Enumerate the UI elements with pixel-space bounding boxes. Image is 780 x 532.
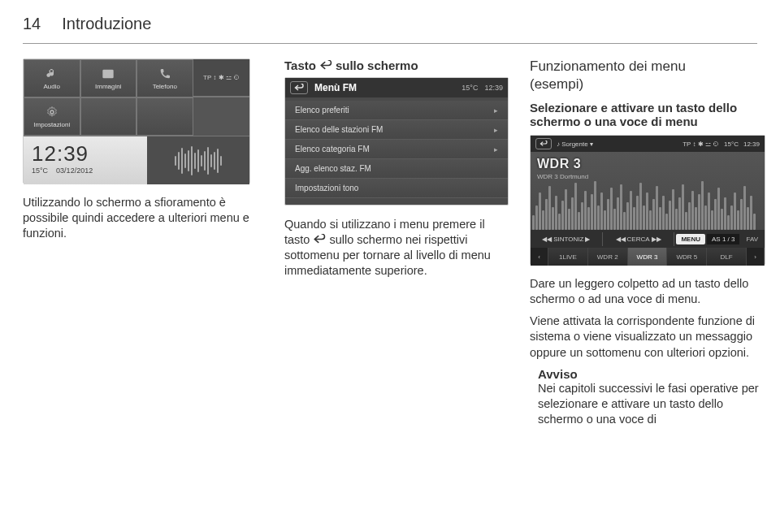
menu-fm-temp: 15°C [462, 84, 478, 92]
avviso-heading: Avviso [538, 367, 767, 381]
col2-heading: Tasto sullo schermo [284, 58, 512, 72]
home-cell-label: Immagini [95, 83, 121, 90]
menu-item-label: Impostazioni tono [295, 184, 358, 192]
btn-label: SINTONIZ [553, 236, 583, 243]
search-button[interactable]: ◀◀CERCA▶▶ [603, 232, 675, 246]
col3-paragraph-2: Viene attivata la corrispondente funzion… [530, 314, 767, 360]
col2-paragraph-1: Quando si utilizzano i menu premere il t… [284, 217, 512, 279]
header-rule [23, 43, 757, 44]
status-text: TP ↕ ✱ ⚍ ⏲ [203, 74, 240, 81]
tune-button[interactable]: ◀◀SINTONIZ▶ [531, 232, 603, 246]
col3-h2-line2: (esempi) [530, 76, 767, 93]
avviso-body: Nei capitoli successivi le fasi operativ… [538, 381, 767, 427]
back-arrow-icon [294, 84, 304, 92]
home-bottom: 12:39 15°C 03/12/2012 [24, 136, 249, 184]
btn-label: CERCA [627, 236, 650, 243]
screenshot-home: Audio Immagini Telefono TP ↕ ✱ ⚍ ⏲ Apps [23, 58, 250, 184]
menu-item[interactable]: Elenco delle stazioni FM▸ [285, 120, 508, 140]
menu-item[interactable]: Elenco preferiti▸ [285, 101, 508, 120]
menu-item[interactable]: Agg. elenco staz. FM [285, 159, 508, 179]
preset-label: DLF [721, 253, 733, 261]
preset-button[interactable]: DLF [707, 248, 747, 266]
column-layout: Audio Immagini Telefono TP ↕ ✱ ⚍ ⏲ Apps [23, 58, 757, 434]
waveform-icon [175, 145, 222, 177]
clock-time: 12:39 [32, 141, 139, 167]
menu-item-label: Agg. elenco staz. FM [295, 164, 371, 173]
home-status-icons: TP ↕ ✱ ⚍ ⏲ [193, 59, 249, 97]
seek-fwd-icon: ▶ [585, 236, 590, 243]
col2-heading-suffix: sullo schermo [336, 58, 418, 72]
menu-item[interactable]: Impostazioni tono [285, 179, 508, 198]
clock-date: 03/12/2012 [56, 167, 93, 175]
col3-subheading: Selezionare e attivare un tasto dello sc… [530, 101, 767, 128]
home-grid: Audio Immagini Telefono TP ↕ ✱ ⚍ ⏲ Apps [24, 59, 249, 136]
screenshot-menu-fm: Menù FM 15°C 12:39 Elenco preferiti▸ Ele… [284, 77, 509, 205]
preset-label: WDR 2 [597, 253, 618, 261]
radio-temp: 15°C [724, 141, 739, 148]
menu-fm-title: Menù FM [314, 82, 357, 93]
home-cell-empty [136, 97, 193, 136]
col3-paragraph-1: Dare un leggero colpetto ad un tasto del… [530, 276, 767, 307]
radio-preset-row: ‹ 1LIVE WDR 2 WDR 3 WDR 5 DLF › [531, 248, 765, 266]
chevron-right-icon: ▸ [494, 126, 498, 134]
home-cell-settings[interactable]: Impostazioni [24, 97, 80, 136]
clock-temp: 15°C [32, 167, 48, 175]
preset-button[interactable]: WDR 2 [588, 248, 628, 266]
page-number: 14 [23, 15, 41, 33]
menu-button[interactable]: MENU [676, 234, 705, 244]
home-cell-phone[interactable]: Telefono [136, 59, 193, 97]
radio-control-row: ◀◀SINTONIZ▶ ◀◀CERCA▶▶ MENU AS 1 / 3 FAV [531, 230, 765, 248]
station-name: WDR 3 [537, 157, 581, 171]
back-button[interactable] [535, 138, 552, 149]
screenshot-radio: ♪ Sorgente ▾ TP ↕ ✱ ⚍ ⏲ 15°C 12:39 WDR 3… [530, 135, 765, 265]
col1-paragraph-1: Utilizzando lo schermo a sfioramento è p… [23, 195, 266, 241]
picture-icon [102, 67, 115, 80]
preset-button[interactable]: 1LIVE [548, 248, 588, 266]
column-1: Audio Immagini Telefono TP ↕ ✱ ⚍ ⏲ Apps [23, 58, 266, 434]
chevron-right-icon: ▸ [494, 145, 498, 154]
radio-tp-icons: TP ↕ ✱ ⚍ ⏲ [682, 141, 719, 148]
home-cell-label: Telefono [153, 83, 177, 90]
radio-topbar: ♪ Sorgente ▾ TP ↕ ✱ ⚍ ⏲ 15°C 12:39 [531, 136, 765, 152]
radio-wave-area: WDR 3 WDR 3 Dortmund [531, 152, 765, 230]
seek-fwd-icon: ▶▶ [652, 236, 661, 243]
preset-label: 1LIVE [559, 253, 577, 261]
menu-item[interactable]: Elenco categoria FM▸ [285, 140, 508, 159]
menu-item-label: Elenco categoria FM [295, 145, 370, 154]
preset-label: WDR 5 [676, 253, 697, 261]
col3-h2-line1: Funzionamento dei menu [530, 58, 767, 75]
back-button[interactable] [290, 81, 308, 94]
chevron-right-icon: › [754, 253, 756, 261]
seek-back-icon: ◀◀ [616, 236, 626, 243]
preset-next-button[interactable]: › [747, 248, 765, 266]
home-cell-label: Audio [44, 83, 60, 90]
menu-fm-list: Elenco preferiti▸ Elenco delle stazioni … [285, 97, 508, 201]
col2-heading-prefix: Tasto [284, 58, 316, 72]
svg-point-6 [50, 110, 54, 114]
waveform-icon [531, 173, 765, 230]
home-clock-box: 12:39 15°C 03/12/2012 [24, 136, 147, 184]
chevron-right-icon: ▸ [494, 106, 498, 115]
phone-icon [158, 67, 171, 80]
source-dropdown[interactable]: ♪ Sorgente ▾ [557, 141, 593, 148]
preset-button[interactable]: WDR 5 [667, 248, 707, 266]
source-label: ♪ Sorgente ▾ [557, 141, 593, 148]
radio-time: 12:39 [743, 141, 760, 148]
svg-point-1 [106, 71, 107, 73]
home-audio-wave [147, 136, 249, 184]
fav-button[interactable]: FAV [739, 236, 765, 243]
back-arrow-icon [313, 234, 326, 244]
page-header: 14 Introduzione [23, 15, 757, 33]
home-cell-audio[interactable]: Audio [24, 59, 80, 97]
preset-button-active[interactable]: WDR 3 [628, 248, 668, 266]
home-cell-images[interactable]: Immagini [80, 59, 137, 97]
menu-item-label: Elenco delle stazioni FM [295, 125, 383, 134]
menu-fm-topbar: Menù FM 15°C 12:39 [285, 78, 508, 97]
preset-prev-button[interactable]: ‹ [531, 248, 548, 266]
back-arrow-icon [540, 141, 548, 147]
chevron-left-icon: ‹ [538, 253, 540, 261]
as-indicator[interactable]: AS 1 / 3 [707, 234, 739, 244]
chapter-title: Introduzione [62, 15, 151, 33]
menu-item-label: Elenco preferiti [295, 106, 349, 115]
preset-label: WDR 3 [637, 253, 658, 261]
